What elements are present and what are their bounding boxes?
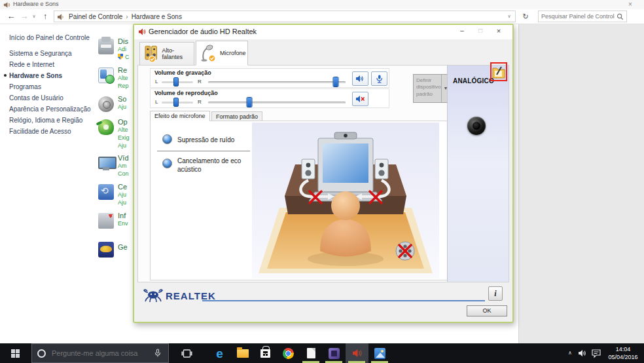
address-bar[interactable]: Painel de Controle›Hardware e Sons ∨ (54, 10, 516, 22)
content-link[interactable]: Am (118, 162, 127, 169)
content-link[interactable]: Aju (118, 142, 126, 149)
media-app-icon (329, 348, 340, 359)
search-input[interactable] (541, 12, 615, 21)
folder-icon[interactable] (492, 64, 506, 81)
tab-microphone[interactable]: Microfone (196, 41, 248, 66)
close-icon[interactable]: × (490, 25, 507, 38)
breadcrumb-separator: › (122, 13, 131, 20)
sidebar-item-ease-access[interactable]: Facilidade de Acesso (9, 128, 71, 135)
tray-chevron-icon[interactable]: ∧ (564, 343, 576, 363)
printer-icon[interactable] (98, 39, 114, 54)
playback-balance-slider[interactable] (162, 102, 193, 104)
playback-balance-thumb[interactable] (173, 98, 179, 107)
info-button[interactable]: i (488, 286, 503, 301)
cortana-search-box[interactable] (31, 343, 169, 363)
sidebar-item-appearance[interactable]: Aparência e Personalização (9, 105, 91, 113)
content-title[interactable]: Dis (118, 37, 128, 45)
dialog-titlebar[interactable]: Gerenciador de áudio HD Realtek – □ × (134, 25, 512, 39)
recording-speaker-button[interactable] (352, 71, 368, 86)
document-app-button[interactable] (300, 343, 323, 363)
mic-boost-button[interactable] (371, 71, 387, 86)
content-link[interactable]: Con (118, 170, 129, 177)
recording-volume-slider[interactable] (208, 81, 346, 83)
address-chevron-down-icon[interactable]: ∨ (505, 11, 514, 22)
tray-clock[interactable]: 14:04 05/04/2016 (605, 345, 641, 361)
content-title[interactable]: Op (118, 118, 128, 126)
content-title[interactable]: So (118, 95, 126, 103)
tab-microphone-effect[interactable]: Efeito de microfone (150, 111, 210, 121)
sound-window-icon (3, 1, 10, 9)
sidebar-item-home[interactable]: Início do Painel de Controle (9, 34, 90, 41)
file-explorer-button[interactable] (231, 343, 254, 363)
back-icon[interactable]: ← (5, 10, 17, 22)
task-view-button[interactable] (175, 343, 198, 363)
content-link[interactable]: Exig (118, 134, 130, 141)
chrome-button[interactable] (277, 343, 300, 363)
maximize-icon[interactable]: □ (472, 25, 489, 38)
store-button[interactable] (254, 343, 277, 363)
sidebar-item-clock-region[interactable]: Relógio, Idioma e Região (9, 117, 82, 124)
display-icon[interactable] (98, 155, 114, 171)
mic-icon[interactable] (152, 348, 163, 358)
content-link[interactable]: Rep (118, 83, 129, 89)
recording-volume-thumb[interactable] (333, 77, 339, 87)
sidebar-item-programs[interactable]: Programas (9, 83, 41, 90)
sidebar-item-user-accounts[interactable]: Contas de Usuário (9, 94, 63, 102)
sidebar-item-network-internet[interactable]: Rede e Internet (9, 61, 54, 68)
realtek-speaker-button[interactable] (346, 343, 368, 363)
minimize-icon[interactable]: – (454, 25, 471, 38)
microphone-panel: Volume de gravação L R (137, 65, 509, 282)
set-default-device-button[interactable]: Definir dispositivo padrão ▼ (413, 74, 450, 103)
up-icon[interactable]: ↑ (39, 10, 51, 22)
start-button[interactable] (0, 343, 30, 363)
tab-default-format[interactable]: Formato padrão (211, 111, 262, 121)
refresh-icon[interactable]: ↻ (520, 10, 531, 22)
autoplay-icon[interactable] (98, 67, 114, 83)
echo-cancellation-toggle[interactable] (162, 159, 172, 168)
recording-balance-thumb[interactable] (173, 77, 179, 86)
control-panel-search[interactable] (538, 10, 627, 22)
tray-speaker-icon[interactable] (577, 348, 588, 358)
taskbar-search-input[interactable] (52, 349, 152, 357)
red-speaker-icon (138, 28, 147, 36)
breadcrumb-item-hardware-sound[interactable]: Hardware e Sons (132, 13, 182, 20)
forward-icon: → (18, 10, 30, 22)
content-link-shielded[interactable]: C (118, 54, 130, 60)
playback-mute-button[interactable] (352, 92, 368, 106)
realtek-audio-icon[interactable] (98, 242, 114, 258)
window-close-icon[interactable]: × (625, 0, 635, 9)
noise-suppression-toggle[interactable] (162, 134, 172, 144)
action-center-icon[interactable] (591, 348, 601, 358)
sidebar-item-system-security[interactable]: Sistema e Segurança (9, 50, 72, 57)
ok-button[interactable]: OK (467, 305, 507, 316)
playback-volume-slider[interactable] (208, 102, 346, 104)
content-title[interactable]: Re (118, 66, 127, 74)
recording-balance-slider[interactable] (162, 81, 193, 83)
content-link[interactable]: Alte (118, 126, 128, 133)
content-link[interactable]: Aju (118, 104, 126, 110)
content-title[interactable]: Ge (118, 243, 128, 251)
breadcrumb-item-control-panel[interactable]: Painel de Controle (69, 13, 122, 20)
content-title[interactable]: Inf (118, 212, 126, 220)
content-link[interactable]: Aju (118, 191, 126, 198)
sidebar-item-hardware-sound[interactable]: Hardware e Sons (9, 72, 62, 79)
history-chevron-down-icon[interactable]: ∨ (30, 10, 38, 22)
content-link[interactable]: Alte (118, 75, 128, 81)
playback-volume-thumb[interactable] (247, 97, 253, 107)
photos-button[interactable] (368, 343, 391, 363)
speakers-tab-icon (145, 45, 158, 63)
set-default-device-label: Definir dispositivo padrão (416, 77, 441, 98)
content-title[interactable]: Ce (118, 183, 127, 191)
speaker-knob-icon[interactable] (98, 96, 114, 112)
content-title[interactable]: Víd (118, 154, 129, 162)
power-options-icon[interactable] (98, 119, 114, 135)
sync-center-icon[interactable] (98, 184, 114, 200)
tab-speakers[interactable]: Alto-falantes (139, 42, 194, 65)
edge-button[interactable]: e (208, 343, 231, 363)
content-link[interactable]: Env (118, 220, 128, 227)
analog-jack-port[interactable] (467, 117, 486, 135)
infrared-icon[interactable] (98, 213, 114, 229)
content-link[interactable]: Aju (118, 199, 126, 206)
content-link[interactable]: Adi (118, 46, 126, 52)
media-app-button[interactable] (323, 343, 346, 363)
